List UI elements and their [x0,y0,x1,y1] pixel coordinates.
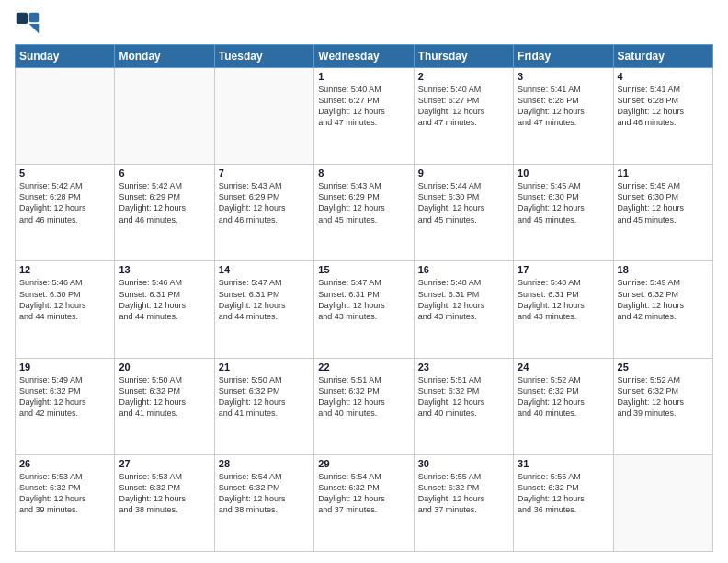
calendar-cell: 17Sunrise: 5:48 AM Sunset: 6:31 PM Dayli… [514,261,613,358]
calendar-cell: 8Sunrise: 5:43 AM Sunset: 6:29 PM Daylig… [314,165,414,261]
calendar-cell: 13Sunrise: 5:46 AM Sunset: 6:31 PM Dayli… [115,261,214,358]
day-number: 18 [618,264,709,275]
day-number: 21 [219,362,310,373]
day-number: 28 [219,458,310,469]
day-info: Sunrise: 5:54 AM Sunset: 6:32 PM Dayligh… [219,471,310,516]
day-number: 20 [119,362,210,373]
calendar-cell [214,68,313,165]
day-info: Sunrise: 5:55 AM Sunset: 6:32 PM Dayligh… [518,471,609,516]
calendar-cell: 15Sunrise: 5:47 AM Sunset: 6:31 PM Dayli… [314,261,414,358]
day-number: 15 [318,264,409,275]
calendar-week-row: 1Sunrise: 5:40 AM Sunset: 6:27 PM Daylig… [16,68,713,165]
calendar-cell: 6Sunrise: 5:42 AM Sunset: 6:29 PM Daylig… [115,165,214,261]
day-info: Sunrise: 5:51 AM Sunset: 6:32 PM Dayligh… [318,374,409,419]
day-number: 27 [119,458,210,469]
col-header-wednesday: Wednesday [314,45,414,68]
day-info: Sunrise: 5:42 AM Sunset: 6:28 PM Dayligh… [19,180,110,225]
calendar-cell: 4Sunrise: 5:41 AM Sunset: 6:28 PM Daylig… [613,68,712,165]
day-number: 30 [418,458,509,469]
calendar-cell: 5Sunrise: 5:42 AM Sunset: 6:28 PM Daylig… [16,165,115,261]
day-info: Sunrise: 5:41 AM Sunset: 6:28 PM Dayligh… [618,84,709,129]
day-number: 12 [19,264,110,275]
day-number: 29 [318,458,409,469]
day-info: Sunrise: 5:46 AM Sunset: 6:31 PM Dayligh… [119,277,210,322]
day-info: Sunrise: 5:43 AM Sunset: 6:29 PM Dayligh… [219,180,310,225]
day-info: Sunrise: 5:44 AM Sunset: 6:30 PM Dayligh… [418,180,509,225]
calendar-cell: 7Sunrise: 5:43 AM Sunset: 6:29 PM Daylig… [214,165,313,261]
day-number: 4 [618,71,709,82]
day-info: Sunrise: 5:51 AM Sunset: 6:32 PM Dayligh… [418,374,509,419]
day-info: Sunrise: 5:46 AM Sunset: 6:30 PM Dayligh… [19,277,110,322]
calendar-cell: 20Sunrise: 5:50 AM Sunset: 6:32 PM Dayli… [115,358,214,454]
calendar-cell: 24Sunrise: 5:52 AM Sunset: 6:32 PM Dayli… [514,358,613,454]
calendar-cell: 21Sunrise: 5:50 AM Sunset: 6:32 PM Dayli… [214,358,313,454]
header [15,11,713,37]
day-info: Sunrise: 5:42 AM Sunset: 6:29 PM Dayligh… [119,180,210,225]
calendar-cell: 31Sunrise: 5:55 AM Sunset: 6:32 PM Dayli… [514,454,613,551]
svg-rect-0 [17,13,28,24]
day-number: 25 [618,362,709,373]
svg-rect-1 [29,13,40,23]
calendar-cell: 26Sunrise: 5:53 AM Sunset: 6:32 PM Dayli… [16,454,115,551]
day-info: Sunrise: 5:55 AM Sunset: 6:32 PM Dayligh… [418,471,509,516]
day-info: Sunrise: 5:45 AM Sunset: 6:30 PM Dayligh… [518,180,609,225]
calendar-cell: 1Sunrise: 5:40 AM Sunset: 6:27 PM Daylig… [314,68,414,165]
day-number: 8 [318,167,409,178]
day-info: Sunrise: 5:47 AM Sunset: 6:31 PM Dayligh… [318,277,409,322]
col-header-sunday: Sunday [16,45,115,68]
day-number: 24 [518,362,609,373]
calendar-header-row: SundayMondayTuesdayWednesdayThursdayFrid… [16,45,713,68]
day-number: 1 [318,71,409,82]
col-header-thursday: Thursday [414,45,513,68]
day-info: Sunrise: 5:52 AM Sunset: 6:32 PM Dayligh… [618,374,709,419]
calendar-cell [16,68,115,165]
calendar-cell: 11Sunrise: 5:45 AM Sunset: 6:30 PM Dayli… [613,165,712,261]
day-number: 19 [19,362,110,373]
day-number: 17 [518,264,609,275]
calendar-week-row: 5Sunrise: 5:42 AM Sunset: 6:28 PM Daylig… [16,165,713,261]
day-number: 23 [418,362,509,373]
calendar-cell: 27Sunrise: 5:53 AM Sunset: 6:32 PM Dayli… [115,454,214,551]
svg-marker-2 [29,24,40,34]
calendar-cell: 2Sunrise: 5:40 AM Sunset: 6:27 PM Daylig… [414,68,513,165]
day-info: Sunrise: 5:49 AM Sunset: 6:32 PM Dayligh… [19,374,110,419]
calendar-cell: 14Sunrise: 5:47 AM Sunset: 6:31 PM Dayli… [214,261,313,358]
page: SundayMondayTuesdayWednesdayThursdayFrid… [0,0,728,563]
calendar-cell: 18Sunrise: 5:49 AM Sunset: 6:32 PM Dayli… [613,261,712,358]
col-header-tuesday: Tuesday [214,45,313,68]
calendar-cell: 30Sunrise: 5:55 AM Sunset: 6:32 PM Dayli… [414,454,513,551]
calendar-cell: 19Sunrise: 5:49 AM Sunset: 6:32 PM Dayli… [16,358,115,454]
col-header-friday: Friday [514,45,613,68]
day-number: 7 [219,167,310,178]
calendar-cell: 12Sunrise: 5:46 AM Sunset: 6:30 PM Dayli… [16,261,115,358]
day-info: Sunrise: 5:52 AM Sunset: 6:32 PM Dayligh… [518,374,609,419]
day-number: 6 [119,167,210,178]
calendar-cell: 16Sunrise: 5:48 AM Sunset: 6:31 PM Dayli… [414,261,513,358]
day-number: 9 [418,167,509,178]
calendar-cell: 10Sunrise: 5:45 AM Sunset: 6:30 PM Dayli… [514,165,613,261]
day-info: Sunrise: 5:48 AM Sunset: 6:31 PM Dayligh… [518,277,609,322]
calendar-cell [115,68,214,165]
calendar-cell: 22Sunrise: 5:51 AM Sunset: 6:32 PM Dayli… [314,358,414,454]
day-info: Sunrise: 5:53 AM Sunset: 6:32 PM Dayligh… [119,471,210,516]
day-number: 26 [19,458,110,469]
calendar-cell: 23Sunrise: 5:51 AM Sunset: 6:32 PM Dayli… [414,358,513,454]
day-info: Sunrise: 5:43 AM Sunset: 6:29 PM Dayligh… [318,180,409,225]
day-info: Sunrise: 5:45 AM Sunset: 6:30 PM Dayligh… [618,180,709,225]
day-info: Sunrise: 5:40 AM Sunset: 6:27 PM Dayligh… [418,84,509,129]
col-header-monday: Monday [115,45,214,68]
day-number: 22 [318,362,409,373]
calendar-cell: 29Sunrise: 5:54 AM Sunset: 6:32 PM Dayli… [314,454,414,551]
day-number: 3 [518,71,609,82]
day-number: 2 [418,71,509,82]
day-number: 31 [518,458,609,469]
day-number: 5 [19,167,110,178]
day-number: 10 [518,167,609,178]
day-number: 13 [119,264,210,275]
day-info: Sunrise: 5:41 AM Sunset: 6:28 PM Dayligh… [518,84,609,129]
calendar-cell: 9Sunrise: 5:44 AM Sunset: 6:30 PM Daylig… [414,165,513,261]
day-info: Sunrise: 5:48 AM Sunset: 6:31 PM Dayligh… [418,277,509,322]
calendar-week-row: 26Sunrise: 5:53 AM Sunset: 6:32 PM Dayli… [16,454,713,551]
day-info: Sunrise: 5:50 AM Sunset: 6:32 PM Dayligh… [219,374,310,419]
col-header-saturday: Saturday [613,45,712,68]
